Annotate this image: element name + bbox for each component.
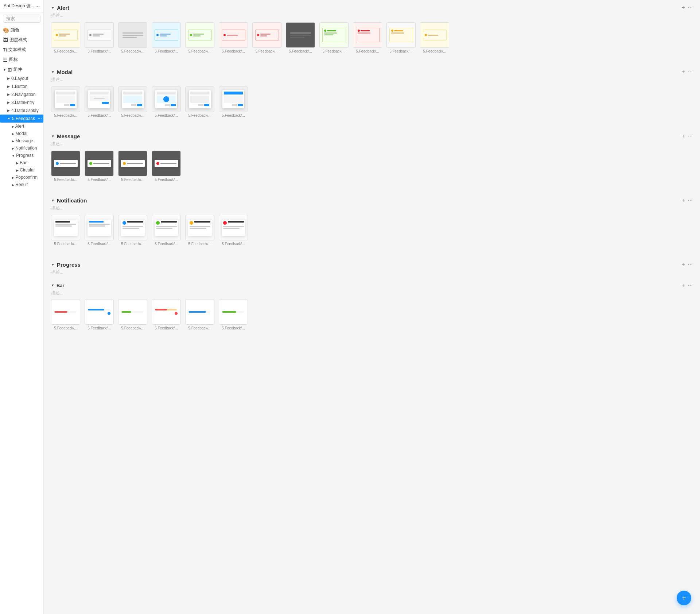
modal-section-title[interactable]: ▼ Modal [51, 69, 73, 75]
list-item[interactable]: 5.Feedback/... [118, 86, 147, 117]
alert-more-button[interactable]: ··· [688, 4, 693, 11]
modal-section-header: ▼ Modal + ··· [51, 64, 693, 77]
list-item[interactable]: 5.Feedback/... [219, 22, 248, 53]
category-color-label: 颜色 [11, 27, 19, 33]
list-item[interactable]: 5.Feedback/... [185, 215, 214, 246]
sidebar-subitem-popconfirm[interactable]: ▶ Popconfirm [0, 174, 43, 181]
message-add-button[interactable]: + [681, 133, 685, 139]
component-label: 5.Feedback/... [121, 178, 144, 182]
notification-add-button[interactable]: + [681, 197, 685, 204]
modal-add-button[interactable]: + [681, 69, 685, 75]
list-item[interactable]: 5.Feedback/... [152, 86, 181, 117]
alert-section-actions: + ··· [681, 4, 693, 11]
chevron-right-icon: ▶ [7, 109, 10, 112]
list-item[interactable]: 5.Feedback/... [85, 215, 114, 246]
list-item[interactable]: 5.Feedback/... [185, 299, 214, 330]
list-item[interactable]: 5.Feedback/... [420, 22, 449, 53]
chevron-right-icon: ▶ [16, 161, 19, 165]
list-item[interactable]: 5.Feedback/... [185, 22, 214, 53]
list-item[interactable]: 5.Feedback/... [152, 299, 181, 330]
sidebar-category-component[interactable]: ▼ ⊞ 组件 [0, 65, 43, 74]
component-label: 5.Feedback/... [121, 326, 144, 330]
list-item[interactable]: 5.Feedback/... [152, 151, 181, 182]
notification-more-button[interactable]: ··· [688, 197, 693, 204]
sidebar-item-button-label: 1.Button [11, 84, 28, 89]
fab-button[interactable]: + [677, 591, 691, 605]
sidebar-category-layer-style[interactable]: 🖼 图层样式 [0, 35, 43, 45]
list-item[interactable]: 5.Feedback/... [51, 151, 80, 182]
chevron-right-icon: ▶ [12, 139, 14, 143]
modal-more-button[interactable]: ··· [688, 69, 693, 75]
list-item[interactable]: 5.Feedback/... [51, 215, 80, 246]
list-item[interactable]: 5.Feedback/... [152, 22, 181, 53]
list-item[interactable]: 5.Feedback/... [85, 299, 114, 330]
feedback-more-icon[interactable]: ⋯ [38, 116, 42, 121]
list-item[interactable]: 5.Feedback/... [386, 22, 416, 53]
message-section-title[interactable]: ▼ Message [51, 133, 80, 139]
list-item[interactable]: 5.Feedback/... [219, 215, 248, 246]
list-item[interactable]: 5.Feedback/... [319, 22, 349, 53]
list-item[interactable]: 5.Feedback/... [353, 22, 382, 53]
sidebar-subitem-result[interactable]: ▶ Result [0, 181, 43, 188]
component-label: 5.Feedback/... [54, 113, 77, 117]
progress-add-button[interactable]: + [681, 261, 685, 268]
sidebar-subitem-circular[interactable]: ▶ Circular [0, 166, 43, 174]
bar-more-button[interactable]: ··· [688, 282, 693, 289]
list-item[interactable]: 5.Feedback/... [185, 86, 214, 117]
list-item[interactable]: 5.Feedback/... [51, 299, 80, 330]
bar-add-button[interactable]: + [681, 282, 685, 289]
component-label: 5.Feedback/... [222, 242, 245, 246]
alert-desc: 描述... [51, 12, 693, 19]
list-item[interactable]: 5.Feedback/... [118, 151, 147, 182]
component-label: 5.Feedback/... [356, 49, 379, 53]
sidebar-subitem-bar[interactable]: ▶ Bar [0, 159, 43, 166]
bar-subsection-title[interactable]: ▼ Bar [51, 283, 65, 288]
list-item[interactable]: 5.Feedback/... [85, 151, 114, 182]
list-item[interactable]: 5.Feedback/... [118, 299, 147, 330]
sidebar-item-feedback[interactable]: ▼ 5.Feedback ⋯ [0, 115, 43, 123]
chevron-down-icon: ▼ [51, 198, 55, 202]
message-more-button[interactable]: ··· [688, 133, 693, 139]
sidebar-item-dataentry[interactable]: ▶ 3.DataEntry [0, 99, 43, 107]
component-thumb [85, 86, 114, 112]
list-item[interactable]: 5.Feedback/... [85, 22, 114, 53]
sidebar-item-layout[interactable]: ▶ 0.Layout [0, 74, 43, 82]
progress-section-title[interactable]: ▼ Progress [51, 262, 81, 268]
list-item[interactable]: 5.Feedback/... [51, 86, 80, 117]
sidebar-item-button[interactable]: ▶ 1.Button [0, 82, 43, 90]
list-item[interactable]: 5.Feedback/... [85, 86, 114, 117]
component-thumb [51, 86, 80, 112]
chevron-right-icon: ▶ [7, 93, 10, 96]
component-label: 5.Feedback/... [54, 49, 77, 53]
sidebar-subitem-message[interactable]: ▶ Message [0, 137, 43, 144]
alert-section-title[interactable]: ▼ Alert [51, 5, 69, 11]
list-item[interactable]: 5.Feedback/... [219, 86, 248, 117]
progress-more-button[interactable]: ··· [688, 261, 693, 268]
list-item[interactable]: 5.Feedback/... [219, 299, 248, 330]
list-item[interactable]: 5.Feedback/... [252, 22, 281, 53]
sidebar-category-text-style[interactable]: Tt 文本样式 [0, 45, 43, 55]
list-item[interactable]: 5.Feedback/... [118, 22, 147, 53]
sidebar-subitem-notification[interactable]: ▶ Notification [0, 144, 43, 152]
sidebar-item-navigation[interactable]: ▶ 2.Navigation [0, 90, 43, 99]
component-label: 5.Feedback/... [155, 178, 178, 182]
component-thumb [118, 22, 147, 48]
sidebar-subitem-progress[interactable]: ▼ Progress [0, 152, 43, 159]
notification-grid: 5.Feedback/... 5.Feedback/... 5.Feedback… [51, 215, 693, 246]
more-icon[interactable]: ⋯ [35, 4, 40, 9]
sidebar-subitem-modal[interactable]: ▶ Modal [0, 130, 43, 137]
sidebar-category-color[interactable]: 🎨 颜色 [0, 25, 43, 35]
list-item[interactable]: 5.Feedback/... [286, 22, 315, 53]
list-item[interactable]: 5.Feedback/... [51, 22, 80, 53]
sidebar-item-datadisplay[interactable]: ▶ 4.DataDisplay [0, 107, 43, 115]
search-input[interactable] [3, 15, 40, 23]
list-item[interactable]: 5.Feedback/... [152, 215, 181, 246]
sidebar-category-icon[interactable]: ☰ 图标 [0, 55, 43, 65]
bar-grid: 5.Feedback/... 5.Feedback/... 5.Feedback… [51, 299, 693, 330]
bar-subsection-actions: + ··· [681, 282, 693, 289]
alert-add-button[interactable]: + [681, 4, 685, 11]
list-item[interactable]: 5.Feedback/... [118, 215, 147, 246]
component-thumb [152, 86, 181, 112]
sidebar-subitem-alert[interactable]: ▶ Alert [0, 123, 43, 130]
notification-section-title[interactable]: ▼ Notification [51, 197, 87, 204]
